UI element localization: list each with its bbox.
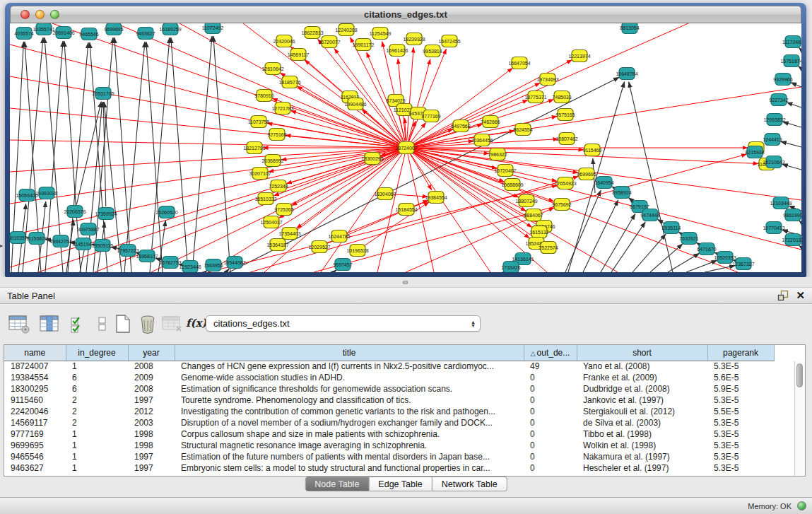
table-cell[interactable]: Structural magnetic resonance image aver… xyxy=(175,440,524,451)
network-node[interactable]: 18544087 xyxy=(223,257,245,269)
table-row[interactable]: 911546021997Tourette syndrome. Phenomeno… xyxy=(4,395,774,406)
table-cell[interactable]: Franke et al. (2009) xyxy=(577,372,707,383)
table-cell[interactable]: 1997 xyxy=(128,451,175,462)
network-node[interactable]: 10196528 xyxy=(346,245,368,257)
network-node[interactable]: 9780910 xyxy=(254,90,273,102)
table-row[interactable]: 1830029562008Estimation of significance … xyxy=(4,383,774,395)
table-vertical-scrollbar[interactable] xyxy=(794,361,805,476)
network-node[interactable]: 16244785 xyxy=(328,230,350,243)
table-cell[interactable]: Corpus callosum shape and size in male p… xyxy=(175,428,524,440)
network-node[interactable]: 15184554 xyxy=(395,204,417,216)
network-node[interactable]: 30975887 xyxy=(77,223,99,235)
table-cell[interactable]: 0 xyxy=(524,462,577,474)
network-node[interactable]: 7632621 xyxy=(679,233,698,245)
network-node[interactable]: 3624554 xyxy=(513,124,532,136)
network-node[interactable]: 18300295 xyxy=(361,153,383,165)
table-cell[interactable]: 18724007 xyxy=(4,361,66,372)
table-cell[interactable]: 9115460 xyxy=(4,395,66,406)
network-node[interactable]: 20206576 xyxy=(64,206,86,218)
table-row[interactable]: 1938455462009Genome-wide association stu… xyxy=(4,372,774,383)
table-cell[interactable]: 14569117 xyxy=(4,417,66,428)
table-cell[interactable]: 2008 xyxy=(128,383,175,395)
network-node[interactable]: 15720407 xyxy=(494,165,516,177)
table-cell[interactable]: 1998 xyxy=(128,428,175,440)
network-node[interactable]: 16961426 xyxy=(386,45,408,57)
network-node[interactable]: 16782753 xyxy=(159,257,181,269)
network-node[interactable]: 18807249 xyxy=(515,195,537,207)
network-node[interactable]: 12610642 xyxy=(261,63,283,75)
network-node[interactable]: 15059405 xyxy=(16,189,37,201)
network-node[interactable]: 22420046 xyxy=(273,35,295,47)
network-node[interactable]: 14569117 xyxy=(288,49,310,61)
network-node[interactable]: 12103448 xyxy=(770,197,792,209)
network-node[interactable]: 7485033 xyxy=(552,91,571,103)
table-cell[interactable]: 2003 xyxy=(128,417,175,428)
table-cell[interactable]: 5.3E-5 xyxy=(707,428,774,440)
network-node[interactable]: 9725265 xyxy=(274,204,293,216)
network-node[interactable]: 19393038 xyxy=(35,187,57,199)
network-node[interactable]: 10355741 xyxy=(33,23,54,35)
float-panel-icon[interactable] xyxy=(777,290,789,301)
table-cell[interactable]: 0 xyxy=(524,428,577,440)
tab-node-table[interactable]: Node Table xyxy=(305,477,369,491)
network-node[interactable]: 18212793 xyxy=(243,142,265,154)
table-cell[interactable]: Estimation of significance thresholds fo… xyxy=(175,383,524,395)
network-node[interactable]: 16210643 xyxy=(763,156,784,168)
network-node[interactable]: 18775371 xyxy=(524,91,546,103)
network-node[interactable]: 18239328 xyxy=(403,33,425,45)
network-node[interactable]: 9777169 xyxy=(421,110,440,122)
select-column-icon[interactable] xyxy=(40,314,59,337)
network-node[interactable]: 7252349 xyxy=(269,180,288,192)
network-node[interactable]: 11156829 xyxy=(26,233,47,245)
column-header-name[interactable]: name xyxy=(4,345,66,361)
scrollbar-thumb[interactable] xyxy=(796,363,803,387)
table-cell[interactable]: 9777169 xyxy=(4,428,66,440)
table-cell[interactable]: 1997 xyxy=(128,462,175,474)
table-cell[interactable]: 6 xyxy=(66,383,128,395)
table-row[interactable]: 1456911722003Disruption of a novel membe… xyxy=(4,417,774,428)
new-document-icon[interactable] xyxy=(114,314,132,337)
network-node[interactable]: 13505115 xyxy=(92,240,114,252)
network-node[interactable]: 4035574 xyxy=(14,28,33,40)
table-cell[interactable]: 18300295 xyxy=(4,383,66,395)
network-node[interactable]: 9115460 xyxy=(583,144,602,156)
table-cell[interactable]: 5.9E-5 xyxy=(707,383,774,395)
network-node[interactable]: 12721783 xyxy=(271,103,293,115)
network-node[interactable]: 9474444 xyxy=(640,209,659,221)
table-cell[interactable]: 5.3E-5 xyxy=(707,462,774,474)
column-header-pagerank[interactable]: pagerank xyxy=(707,345,774,361)
network-node[interactable]: 8813054 xyxy=(620,23,639,34)
network-node[interactable]: 9275168 xyxy=(267,129,286,141)
table-cell[interactable]: 0 xyxy=(524,406,577,417)
table-cell[interactable]: 0 xyxy=(524,440,577,451)
network-node[interactable]: 6471670 xyxy=(697,243,716,255)
network-node[interactable]: 9465546 xyxy=(79,28,98,40)
network-node[interactable]: 12093832 xyxy=(763,114,785,126)
network-node[interactable]: 30207107 xyxy=(249,168,271,180)
table-row[interactable]: 977716911998Corpus callosum shape and si… xyxy=(4,428,774,440)
network-node[interactable]: 18622813 xyxy=(301,27,323,39)
table-cell[interactable]: Stergiakouli et al. (2012) xyxy=(577,406,707,417)
network-node[interactable]: 8215938 xyxy=(745,146,764,158)
network-node[interactable]: 12504017 xyxy=(260,216,282,228)
network-node[interactable]: 19904486 xyxy=(344,98,366,110)
network-node[interactable]: 1244413 xyxy=(763,134,782,146)
table-cell[interactable]: 5.3E-5 xyxy=(707,451,774,462)
network-node[interactable]: 18724007 xyxy=(395,142,417,154)
table-cell[interactable]: 5.5E-5 xyxy=(707,406,774,417)
table-settings-icon[interactable] xyxy=(8,314,30,337)
table-cell[interactable]: 0 xyxy=(524,451,577,462)
network-node[interactable]: 18185776 xyxy=(278,76,300,88)
network-node[interactable]: 19384554 xyxy=(425,192,447,204)
panel-collapse-arrow-icon[interactable]: ▸ xyxy=(0,243,3,249)
table-cell[interactable]: 1998 xyxy=(128,440,175,451)
function-builder-icon[interactable]: f(x) xyxy=(186,317,207,329)
network-node[interactable]: 19901172 xyxy=(353,39,375,51)
table-cell[interactable]: 5.3E-5 xyxy=(707,417,774,428)
network-node[interactable]: 20531705 xyxy=(92,88,114,100)
table-cell[interactable]: 2 xyxy=(66,395,128,406)
table-cell[interactable]: 6 xyxy=(66,372,128,383)
column-header-in_degree[interactable]: in_degree xyxy=(66,345,128,361)
table-cell[interactable]: 1 xyxy=(66,451,128,462)
table-cell[interactable]: 19384554 xyxy=(4,372,66,383)
